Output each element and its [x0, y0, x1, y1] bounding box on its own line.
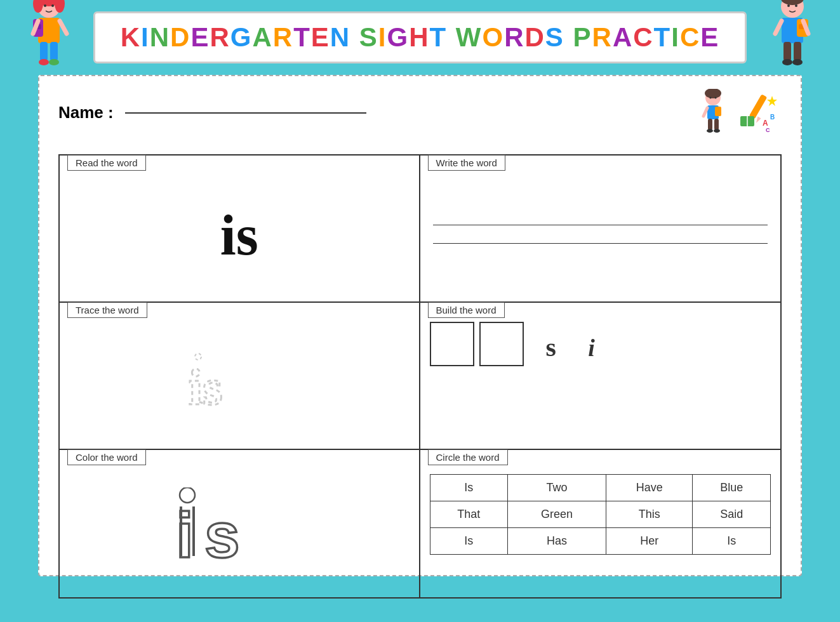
letter-choices: s i [546, 332, 608, 362]
svg-rect-35 [708, 119, 712, 130]
svg-rect-36 [714, 119, 719, 130]
table-cell[interactable]: Have [606, 475, 692, 501]
table-cell[interactable]: That [430, 501, 508, 528]
trace-word-label: Trace the word [67, 302, 147, 318]
svg-text:i: i [176, 500, 194, 570]
name-row: Name : [58, 89, 782, 143]
letter-tiles [430, 322, 524, 366]
svg-point-5 [51, 4, 54, 7]
circle-word-cell: Circle the word Is Two Have Blue That Gr… [420, 450, 781, 597]
name-text: Name : [58, 103, 114, 122]
read-word-label: Read the word [67, 155, 146, 171]
trace-word-svg: is [176, 347, 303, 417]
svg-rect-25 [794, 42, 801, 61]
svg-point-27 [792, 59, 803, 65]
svg-point-50 [180, 487, 195, 503]
svg-point-13 [39, 59, 49, 65]
svg-text:A: A [763, 119, 768, 128]
svg-text:C: C [766, 127, 770, 133]
write-word-label: Write the word [428, 155, 505, 171]
left-column: Read the word is Trace the word is Color… [60, 156, 420, 597]
circle-word-table: Is Two Have Blue That Green This Said [430, 474, 771, 555]
art-icon: A B C [737, 91, 782, 135]
svg-rect-11 [40, 42, 48, 61]
name-decoration: A B C [696, 89, 782, 136]
main-grid: Read the word is Trace the word is Color… [58, 154, 782, 599]
page-header: KINDERGARTEN SIGHT WORDS PRACTICE [0, 0, 840, 75]
write-line-1[interactable] [433, 225, 768, 225]
svg-point-17 [787, 4, 790, 7]
svg-rect-24 [783, 42, 791, 61]
table-cell[interactable]: Is [430, 528, 508, 555]
table-row: That Green This Said [430, 501, 771, 528]
choice-letter-2: i [588, 334, 608, 361]
svg-point-18 [795, 4, 797, 7]
svg-point-38 [714, 129, 720, 133]
svg-point-30 [710, 97, 712, 99]
table-cell[interactable]: Two [508, 475, 606, 501]
svg-point-37 [707, 129, 713, 133]
kid-character-right [764, 0, 821, 75]
svg-point-14 [49, 59, 59, 65]
svg-point-31 [715, 97, 717, 99]
sight-word-display: is [220, 202, 258, 268]
page-title: KINDERGARTEN SIGHT WORDS PRACTICE [121, 22, 720, 53]
choice-letter-1: s [546, 333, 569, 362]
svg-line-34 [703, 108, 707, 116]
svg-line-9 [60, 21, 67, 34]
svg-rect-39 [749, 94, 768, 119]
build-word-label: Build the word [428, 302, 505, 318]
name-underline[interactable] [125, 112, 366, 114]
svg-line-22 [775, 21, 782, 34]
name-label: Name : [58, 103, 366, 122]
student-icon [696, 89, 731, 136]
svg-text:is: is [189, 359, 222, 415]
color-word-svg: i s [163, 487, 316, 570]
svg-text:s: s [204, 500, 240, 570]
right-column: Write the word Build the word s i [420, 156, 781, 597]
trace-word-cell: Trace the word is [60, 303, 419, 450]
table-cell[interactable]: Is [430, 475, 508, 501]
table-cell[interactable]: This [606, 501, 692, 528]
title-banner: KINDERGARTEN SIGHT WORDS PRACTICE [93, 11, 747, 63]
svg-rect-12 [50, 42, 58, 61]
read-word-cell: Read the word is [60, 156, 419, 303]
color-word-label: Color the word [67, 449, 146, 465]
svg-rect-33 [715, 107, 721, 116]
table-row: Is Has Her Is [430, 528, 771, 555]
table-cell[interactable]: Has [508, 528, 606, 555]
svg-point-26 [782, 59, 792, 65]
svg-marker-40 [754, 116, 761, 124]
table-cell[interactable]: Her [606, 528, 692, 555]
write-word-cell: Write the word [420, 156, 781, 303]
table-cell[interactable]: Said [693, 501, 771, 528]
color-word-cell: Color the word i s [60, 450, 419, 597]
write-line-2[interactable] [433, 243, 768, 244]
table-cell[interactable]: Is [693, 528, 771, 555]
kid-character-left [19, 0, 79, 75]
letter-box-1[interactable] [430, 322, 474, 366]
table-cell[interactable]: Blue [693, 475, 771, 501]
table-row: Is Two Have Blue [430, 475, 771, 501]
worksheet: Name : [38, 75, 802, 576]
letter-box-2[interactable] [479, 322, 524, 366]
svg-marker-41 [767, 96, 777, 106]
build-word-cell: Build the word s i [420, 303, 781, 450]
circle-word-label: Circle the word [428, 449, 508, 465]
table-cell[interactable]: Green [508, 501, 606, 528]
svg-text:B: B [770, 114, 775, 121]
svg-point-4 [44, 4, 46, 7]
